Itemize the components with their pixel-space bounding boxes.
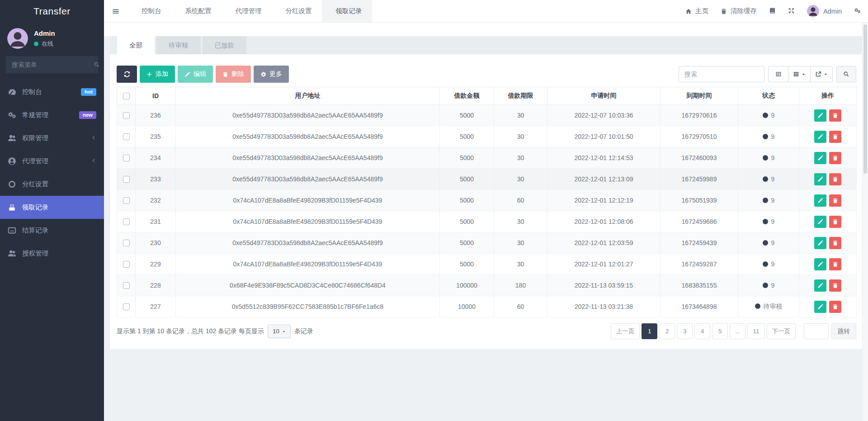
row-checkbox[interactable] xyxy=(123,155,130,161)
home-link[interactable]: 主页 xyxy=(685,7,708,15)
nav-tab[interactable]: 系统配置 xyxy=(171,0,222,22)
row-delete-button[interactable] xyxy=(829,194,841,207)
tachometer-icon xyxy=(8,88,16,96)
row-edit-button[interactable] xyxy=(814,279,826,292)
menu-search-input[interactable] xyxy=(12,61,94,68)
row-edit-button[interactable] xyxy=(814,173,826,185)
sidebar-item[interactable]: 常规管理new xyxy=(0,104,104,127)
page-button[interactable]: 1 xyxy=(642,323,657,339)
table-row: 2350xe55d497783D03a598db8A2aec5AAcE65AA5… xyxy=(117,126,857,147)
row-edit-button[interactable] xyxy=(814,194,826,207)
sidebar-item[interactable]: 控制台hot xyxy=(0,80,104,104)
content-tab[interactable]: 待审核 xyxy=(156,36,201,54)
cell-term: 30 xyxy=(494,211,547,232)
row-edit-button[interactable] xyxy=(814,109,826,122)
row-delete-button[interactable] xyxy=(829,279,841,292)
row-checkbox[interactable] xyxy=(123,197,130,204)
detail-view-button[interactable] xyxy=(768,66,788,82)
cake-icon xyxy=(8,203,16,212)
refresh-button[interactable] xyxy=(117,66,137,83)
row-checkbox[interactable] xyxy=(123,112,130,119)
export-button[interactable] xyxy=(811,66,833,82)
cell-actions xyxy=(799,126,857,147)
row-edit-button[interactable] xyxy=(814,301,826,313)
cell-apply-time: 2022-12-01 12:12:19 xyxy=(547,190,660,211)
fullscreen-button[interactable] xyxy=(788,7,795,15)
row-delete-button[interactable] xyxy=(829,173,841,185)
hot-badge: hot xyxy=(81,88,96,96)
settings-button[interactable] xyxy=(854,7,861,15)
add-button-label: 添加 xyxy=(156,70,168,78)
sidebar-item[interactable]: cs结算记录 xyxy=(0,219,104,242)
row-delete-button[interactable] xyxy=(829,301,841,313)
cell-due-time: 1672459989 xyxy=(660,169,738,190)
row-delete-button[interactable] xyxy=(829,216,841,228)
sidebar-item[interactable]: 授权管理 xyxy=(0,242,104,265)
content-tab-label: 全部 xyxy=(129,41,142,50)
avatar[interactable] xyxy=(7,28,28,49)
row-edit-button[interactable] xyxy=(814,152,826,164)
cell-id: 233 xyxy=(136,169,176,190)
columns-button[interactable] xyxy=(788,66,811,82)
page-size-select[interactable]: 10 xyxy=(268,325,291,338)
page-button[interactable]: 2 xyxy=(659,323,675,339)
cell-address: 0x5d5512c839B95F62CC7583E885b1c7BF6Fe1a6… xyxy=(176,296,440,317)
content-tab[interactable]: 全部 xyxy=(117,36,155,54)
next-page-button[interactable]: 下一页 xyxy=(767,323,796,339)
nav-tab[interactable]: 领取记录 xyxy=(322,0,372,22)
docs-button[interactable] xyxy=(769,7,776,15)
row-delete-button[interactable] xyxy=(829,131,841,143)
row-checkbox[interactable] xyxy=(123,261,130,268)
search-submit-button[interactable] xyxy=(836,66,856,82)
sidebar-item[interactable]: 代理管理 xyxy=(0,150,104,173)
cell-amount: 5000 xyxy=(440,211,494,232)
cell-checkbox xyxy=(117,254,136,275)
page-button[interactable]: 11 xyxy=(747,323,764,339)
clear-cache-link[interactable]: 清除缓存 xyxy=(721,7,757,15)
page-button[interactable]: 3 xyxy=(677,323,693,339)
row-edit-button[interactable] xyxy=(814,258,826,270)
scrollbar[interactable] xyxy=(862,23,868,421)
add-button[interactable]: 添加 xyxy=(140,66,175,83)
sidebar-item[interactable]: 权限管理 xyxy=(0,127,104,150)
row-edit-button[interactable] xyxy=(814,216,826,228)
user-menu[interactable]: Admin xyxy=(807,5,842,17)
row-checkbox[interactable] xyxy=(123,282,130,289)
page-button[interactable]: 4 xyxy=(694,323,710,339)
table-search-input[interactable] xyxy=(679,66,764,82)
scrollbar-thumb[interactable] xyxy=(863,24,867,174)
row-delete-button[interactable] xyxy=(829,237,841,249)
row-delete-button[interactable] xyxy=(829,258,841,270)
more-button-label: 更多 xyxy=(269,70,282,78)
user-name: Admin xyxy=(34,29,55,37)
edit-button[interactable]: 编辑 xyxy=(178,66,213,83)
row-checkbox[interactable] xyxy=(123,240,130,246)
nav-tab[interactable]: 分红设置 xyxy=(272,0,322,22)
row-edit-button[interactable] xyxy=(814,131,826,143)
nav-tab[interactable]: 代理管理 xyxy=(222,0,272,22)
row-delete-button[interactable] xyxy=(829,109,841,122)
delete-button[interactable]: 删除 xyxy=(216,66,251,83)
gears-icon xyxy=(8,112,16,118)
row-checkbox[interactable] xyxy=(123,176,130,183)
nav-tab[interactable]: 控制台 xyxy=(127,0,171,22)
sidebar-item[interactable]: 领取记录 xyxy=(0,196,104,219)
jump-page-input[interactable] xyxy=(804,323,829,339)
cell-checkbox xyxy=(117,190,136,211)
more-button[interactable]: 更多 xyxy=(254,66,289,83)
table-row: 2270x5d5512c839B95F62CC7583E885b1c7BF6Fe… xyxy=(117,296,857,317)
content-tab[interactable]: 已放款 xyxy=(203,36,247,54)
row-checkbox[interactable] xyxy=(123,133,130,140)
page-button[interactable]: 5 xyxy=(712,323,728,339)
clear-cache-label: 清除缓存 xyxy=(731,7,757,15)
row-edit-button[interactable] xyxy=(814,237,826,249)
row-checkbox[interactable] xyxy=(123,218,130,225)
cell-address: 0xe55d497783D03a598db8A2aec5AAcE65AA5489… xyxy=(176,169,440,190)
select-all-checkbox[interactable] xyxy=(123,93,130,99)
sidebar-item[interactable]: 分红设置 xyxy=(0,173,104,196)
jump-button[interactable]: 跳转 xyxy=(831,323,856,339)
sidebar-toggle-button[interactable] xyxy=(104,0,127,22)
row-checkbox[interactable] xyxy=(123,303,130,310)
prev-page-button[interactable]: 上一页 xyxy=(611,323,640,339)
row-delete-button[interactable] xyxy=(829,152,841,164)
